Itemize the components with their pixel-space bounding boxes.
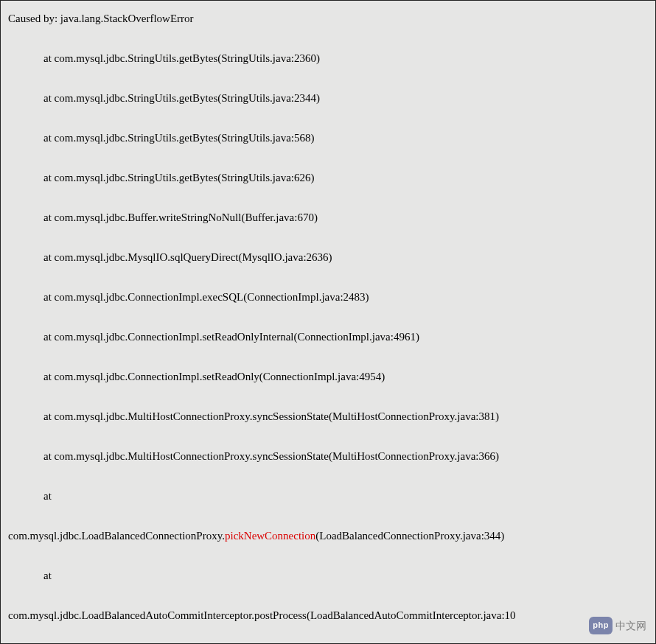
stack-frame: at com.mysql.jdbc.MysqlIO.sqlQueryDirect… xyxy=(43,248,648,266)
stack-frame: at com.mysql.jdbc.StringUtils.getBytes(S… xyxy=(43,129,648,147)
stack-frame: at com.mysql.jdbc.ConnectionImpl.execSQL… xyxy=(43,288,648,306)
stack-frame: at com.mysql.jdbc.Buffer.writeStringNoNu… xyxy=(43,209,648,226)
stack-frame: at com.mysql.jdbc.MultiHostConnectionPro… xyxy=(43,447,648,465)
stack-frame: at com.mysql.jdbc.ConnectionImpl.setRead… xyxy=(43,328,648,346)
watermark: php 中文网 xyxy=(589,617,646,634)
exception-header: Caused by: java.lang.StackOverflowError xyxy=(8,10,648,27)
stack-frame: at com.mysql.jdbc.MultiHostConnectionPro… xyxy=(43,407,648,425)
stack-frame-at: at xyxy=(43,567,648,584)
php-badge-icon: php xyxy=(589,617,613,634)
stack-frame-location: (LoadBalancedConnectionProxy.java:344) xyxy=(315,530,504,542)
stack-frame-class: com.mysql.jdbc.LoadBalancedConnectionPro… xyxy=(8,530,225,542)
stack-frame-wrapped: com.mysql.jdbc.LoadBalancedAutoCommitInt… xyxy=(8,606,648,624)
stack-frame: at com.mysql.jdbc.ConnectionImpl.setRead… xyxy=(43,368,648,385)
stack-frame-wrapped: com.mysql.jdbc.LoadBalancedConnectionPro… xyxy=(8,527,648,545)
watermark-text: 中文网 xyxy=(615,617,646,634)
stack-frame-at: at xyxy=(43,487,648,505)
stack-frame: at com.mysql.jdbc.StringUtils.getBytes(S… xyxy=(43,89,648,107)
highlighted-method: pickNewConnection xyxy=(225,530,315,542)
stack-frame: at com.mysql.jdbc.StringUtils.getBytes(S… xyxy=(43,169,648,186)
stack-frame: at com.mysql.jdbc.StringUtils.getBytes(S… xyxy=(43,49,648,67)
